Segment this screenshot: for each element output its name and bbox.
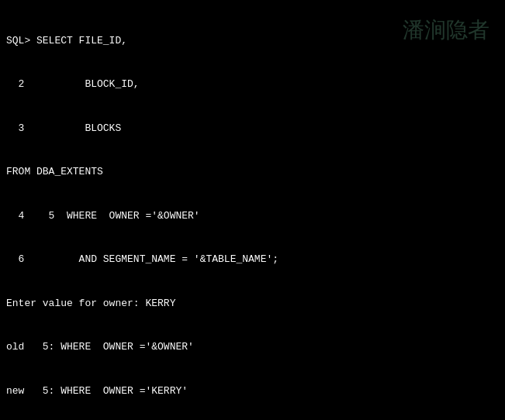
- sql-line-2: 2 BLOCK_ID,: [6, 77, 499, 92]
- sql-line-5: 4 5 WHERE OWNER ='&OWNER': [6, 209, 499, 224]
- terminal-window: SQL> SELECT FILE_ID, 2 BLOCK_ID, 3 BLOCK…: [0, 0, 505, 420]
- new-5: new 5: WHERE OWNER ='KERRY': [6, 384, 499, 399]
- sql-line-4: FROM DBA_EXTENTS: [6, 165, 499, 180]
- old-5: old 5: WHERE OWNER ='&OWNER': [6, 340, 499, 355]
- sql-line-1: SQL> SELECT FILE_ID,: [6, 34, 499, 49]
- sql-line-3: 3 BLOCKS: [6, 122, 499, 136]
- enter-owner-1: Enter value for owner: KERRY: [6, 297, 499, 312]
- sql-line-6: 6 AND SEGMENT_NAME = '&TABLE_NAME';: [6, 253, 499, 267]
